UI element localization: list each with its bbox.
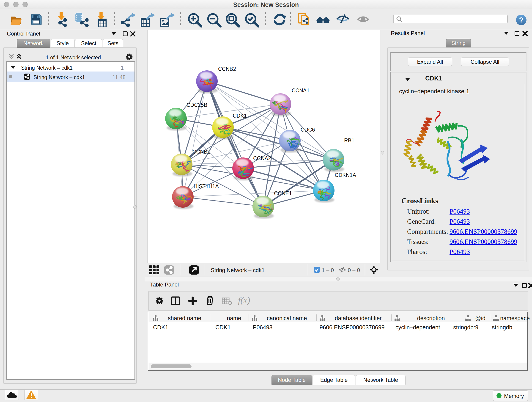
- svg-text:CDK1: CDK1: [233, 113, 247, 119]
- svg-text:CDC25B: CDC25B: [186, 102, 207, 108]
- svg-text:HIST1H1A: HIST1H1A: [194, 183, 219, 189]
- svg-text:CCNE1: CCNE1: [274, 191, 292, 196]
- svg-text:CDC6: CDC6: [301, 127, 315, 133]
- svg-text:CCNA1: CCNA1: [292, 88, 310, 94]
- svg-text:CCNB2: CCNB2: [218, 66, 236, 72]
- svg-text:RB1: RB1: [344, 138, 355, 143]
- svg-text:CCNA2: CCNA2: [253, 155, 271, 161]
- svg-text:CCNB1: CCNB1: [192, 149, 210, 155]
- svg-text:CDKN1A: CDKN1A: [335, 172, 356, 178]
